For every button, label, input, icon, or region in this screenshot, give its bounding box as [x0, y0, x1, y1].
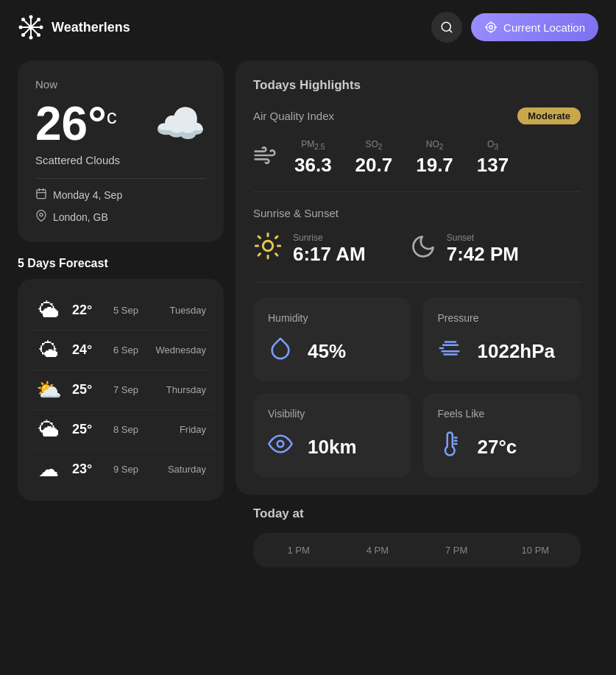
- feels-like-content: 27°c: [438, 431, 567, 462]
- forecast-item-3: ⛅ 25° 7 Sep Thursday: [29, 370, 212, 410]
- aqi-row: PM2.5 36.3 SO2 20.7 NO2 19.7 O3 137: [253, 139, 581, 177]
- aqi-metrics: PM2.5 36.3 SO2 20.7 NO2 19.7 O3 137: [294, 139, 509, 177]
- no2-value: 19.7: [416, 154, 453, 177]
- forecast-day-3: Thursday: [147, 384, 206, 395]
- search-icon: [440, 21, 453, 34]
- highlights-divider-2: [253, 282, 581, 283]
- wind-icon: [253, 144, 277, 172]
- weather-icon-large: ☁️: [155, 99, 206, 148]
- forecast-item-2: 🌤 24° 6 Sep Wednesday: [29, 331, 212, 370]
- sunset-info: Sunset 7:42 PM: [447, 233, 519, 266]
- header: Weatherlens Current Location: [0, 0, 616, 54]
- hour-time-1: 1 PM: [265, 545, 332, 556]
- temp-number: 26°: [35, 97, 107, 150]
- highlights-title: Todays Highlights: [253, 78, 581, 93]
- sunrise-icon: [253, 231, 283, 267]
- calendar-icon: [35, 188, 47, 202]
- sunrise-item: Sunrise 6:17 AM: [253, 231, 366, 267]
- search-button[interactable]: [431, 12, 462, 43]
- pressure-value: 1022hPa: [478, 340, 556, 363]
- left-panel: Now 26°c ☁️ Scattered Clouds Monday 4, S…: [18, 60, 224, 573]
- pm25-label: PM2.5: [294, 139, 332, 151]
- forecast-temp-4: 25°: [72, 422, 109, 437]
- current-location-button[interactable]: Current Location: [471, 13, 598, 41]
- svg-point-22: [263, 241, 272, 251]
- forecast-day-4: Friday: [147, 424, 206, 435]
- forecast-icon-5: ☁: [35, 457, 62, 481]
- aqi-no2: NO2 19.7: [416, 139, 453, 177]
- sunset-item: Sunset 7:42 PM: [410, 231, 519, 267]
- forecast-item-1: 🌥 22° 5 Sep Tuesday: [29, 291, 212, 331]
- svg-point-21: [40, 213, 43, 216]
- location-text: London, GB: [53, 211, 108, 223]
- sun-section: Sunrise & Sunset: [253, 207, 581, 267]
- svg-line-30: [276, 236, 277, 238]
- hour-7pm: 7 PM: [423, 545, 490, 556]
- sunset-time: 7:42 PM: [447, 243, 519, 266]
- svg-line-26: [276, 254, 277, 255]
- logo-icon: [18, 14, 44, 40]
- date-row: Monday 4, Sep: [35, 188, 206, 202]
- sun-label: Sunrise & Sunset: [253, 207, 581, 219]
- feels-like-icon: [438, 431, 463, 462]
- hour-time-2: 4 PM: [344, 545, 411, 556]
- temp-row: 26°c ☁️: [35, 99, 206, 148]
- no2-label: NO2: [416, 139, 453, 151]
- logo-area: Weatherlens: [18, 14, 130, 40]
- visibility-card: Visibility 10km: [253, 393, 411, 477]
- svg-point-6: [29, 36, 33, 40]
- svg-point-8: [40, 26, 43, 29]
- hour-time-3: 7 PM: [423, 545, 490, 556]
- forecast-icon-1: 🌥: [35, 298, 62, 322]
- location-row: London, GB: [35, 210, 206, 225]
- forecast-day-1: Tuesday: [147, 305, 206, 316]
- forecast-icon-4: 🌥: [35, 417, 62, 442]
- divider: [35, 178, 206, 179]
- aqi-label: Air Quality Index: [253, 110, 334, 122]
- forecast-card: 🌥 22° 5 Sep Tuesday 🌤 24° 6 Sep Wednesda…: [18, 279, 224, 501]
- pressure-content: 1022hPa: [438, 336, 567, 367]
- forecast-date-5: 9 Sep: [113, 464, 138, 475]
- temp-unit: c: [107, 105, 117, 128]
- forecast-icon-3: ⛅: [35, 378, 62, 402]
- forecast-temp-1: 22°: [72, 303, 109, 318]
- visibility-icon: [268, 431, 293, 462]
- today-title: Today at: [253, 506, 581, 521]
- forecast-temp-5: 23°: [72, 462, 109, 477]
- location-icon: [484, 21, 498, 34]
- so2-label: SO2: [355, 139, 393, 151]
- feels-like-value: 27°c: [478, 436, 517, 459]
- weather-condition: Scattered Clouds: [35, 154, 206, 166]
- aqi-badge: Moderate: [517, 107, 581, 124]
- pressure-card: Pressure 1022hPa: [423, 297, 581, 381]
- visibility-content: 10km: [268, 431, 397, 462]
- svg-point-5: [29, 15, 33, 19]
- sunrise-info: Sunrise 6:17 AM: [293, 233, 366, 266]
- humidity-value: 45%: [308, 340, 346, 363]
- visibility-label: Visibility: [268, 408, 397, 420]
- now-card: Now 26°c ☁️ Scattered Clouds Monday 4, S…: [18, 60, 224, 242]
- hour-1pm: 1 PM: [265, 545, 332, 556]
- pin-icon: [35, 210, 47, 225]
- svg-line-29: [258, 254, 260, 255]
- forecast-date-4: 8 Sep: [113, 424, 138, 435]
- sunrise-label: Sunrise: [293, 233, 366, 243]
- sunset-icon: [410, 233, 436, 266]
- humidity-label: Humidity: [268, 312, 397, 324]
- date-text: Monday 4, Sep: [53, 189, 122, 201]
- sunset-label: Sunset: [447, 233, 519, 243]
- pm25-value: 36.3: [294, 154, 332, 177]
- svg-point-31: [277, 441, 284, 448]
- o3-value: 137: [477, 154, 509, 177]
- forecast-title: 5 Days Forecast: [18, 257, 224, 270]
- location-btn-label: Current Location: [503, 21, 585, 34]
- aqi-header: Air Quality Index Moderate: [253, 107, 581, 124]
- svg-line-25: [258, 236, 260, 238]
- forecast-item-5: ☁ 23° 9 Sep Saturday: [29, 450, 212, 489]
- aqi-so2: SO2 20.7: [355, 139, 393, 177]
- svg-rect-17: [37, 190, 46, 199]
- svg-point-12: [21, 33, 25, 37]
- now-label: Now: [35, 78, 206, 91]
- svg-point-9: [21, 18, 25, 21]
- temperature-value: 26°c: [35, 97, 117, 150]
